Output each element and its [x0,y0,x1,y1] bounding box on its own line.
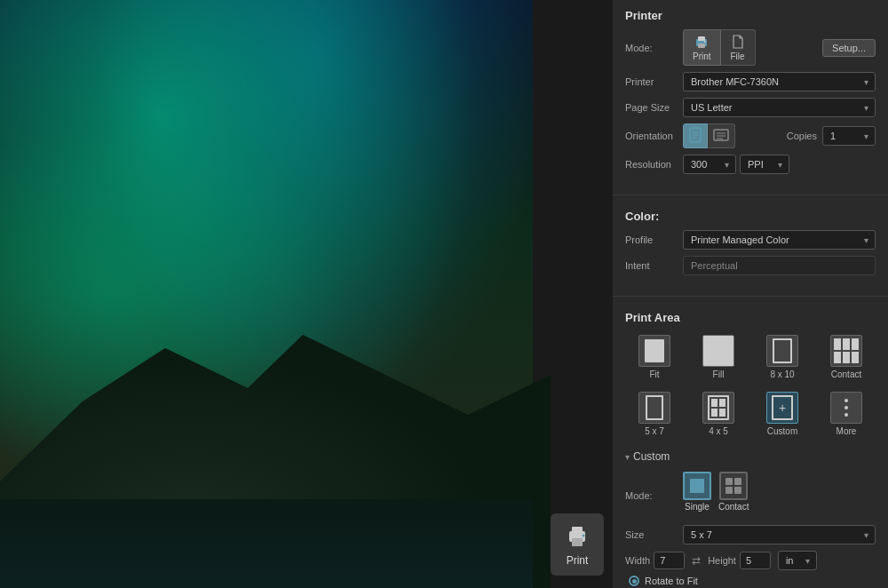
landscape-button[interactable] [708,123,735,148]
orientation-buttons [683,123,735,148]
contact-grid [834,338,859,363]
pa-5x7-icon [638,392,670,424]
custom-shape: + [772,395,793,420]
mode-file-button[interactable]: File [721,29,756,66]
4x5-grid [708,395,729,420]
unit-select[interactable]: in cm mm [778,551,817,570]
pa-5x7[interactable]: 5 x 7 [625,388,684,440]
print-button-area: Print [551,513,604,576]
chevron-down-icon: ▾ [625,452,630,462]
single-mode-label: Single [685,502,710,512]
resolution-label: Resolution [625,159,683,170]
print-button-label: Print [567,554,589,567]
printer-section: Printer Mode: Print [613,0,888,189]
pa-more[interactable]: More [817,388,876,440]
pa-fill[interactable]: Fill [689,331,748,383]
print-area-label: Print Area [625,311,876,324]
copies-label: Copies [787,131,817,141]
single-mode-icon [683,472,711,500]
mode-label: Mode: [625,43,683,53]
profile-label: Profile [625,234,683,245]
custom-mode-single[interactable]: Single [683,472,711,512]
intent-field: Perceptual [683,256,876,275]
height-input[interactable] [740,552,771,569]
8x10-shape [773,338,792,363]
orientation-row: Orientation Copies 1 [625,123,876,148]
width-label: Width [625,555,650,566]
pa-fit[interactable]: Fit [625,331,684,383]
printer-row: Printer Brother MFC-7360N [625,72,876,91]
size-row: Size 5 x 7 4 x 5 4 x 6 8 x 10 [625,525,876,544]
copies-select[interactable]: 1 2 3 [822,126,876,146]
pa-contact[interactable]: Contact [817,331,876,383]
size-select[interactable]: 5 x 7 4 x 5 4 x 6 8 x 10 [683,525,876,544]
pa-fill-icon [702,335,734,367]
pa-4x5-icon [702,392,734,424]
pa-fill-label: Fill [713,369,725,379]
printer-select-wrapper: Brother MFC-7360N [683,72,876,91]
pa-8x10-label: 8 x 10 [770,369,794,379]
mode-print-button[interactable]: Print [683,29,721,66]
width-height-row: Width ⇄ Height in cm mm [625,551,876,570]
svg-rect-11 [690,479,704,493]
unit-select-wrapper: in cm mm [778,551,817,570]
print-area-section: Print Area Fit Fill 8 x 10 [613,302,888,588]
svg-rect-15 [734,487,741,494]
height-label: Height [708,555,736,566]
svg-rect-6 [698,36,705,41]
printer-select[interactable]: Brother MFC-7360N [683,72,876,91]
background-water [0,499,533,588]
svg-rect-3 [572,538,583,546]
exchange-icon: ⇄ [692,554,701,567]
pa-contact-label: Contact [831,369,861,379]
pa-custom[interactable]: + Custom [753,388,812,440]
pa-4x5[interactable]: 4 x 5 [689,388,748,440]
pa-8x10-icon [766,335,798,367]
svg-rect-1 [572,527,583,533]
pa-8x10[interactable]: 8 x 10 [753,331,812,383]
printer-label: Printer [625,76,683,87]
page-size-row: Page Size US Letter A4 Legal [625,98,876,117]
pa-custom-icon: + [766,392,798,424]
mode-print-label: Print [693,52,711,61]
rotate-label: Rotate to Fit [645,576,698,586]
radio-rotate: Rotate to Fit [629,576,876,586]
page-size-select[interactable]: US Letter A4 Legal [683,98,876,117]
print-button[interactable]: Print [551,513,604,576]
color-label: Color: [625,210,876,223]
orientation-label: Orientation [625,131,683,141]
custom-mode-buttons: Single Contact [683,472,749,512]
custom-mode-label: Mode: [625,490,683,501]
more-dots [834,395,859,420]
resolution-select-wrapper: 72 150 300 600 [683,155,736,174]
custom-mode-contact[interactable]: Contact [718,472,749,512]
resolution-select[interactable]: 72 150 300 600 [683,155,736,174]
5x7-shape [646,395,663,420]
profile-select[interactable]: Printer Managed Color sRGB [683,230,876,250]
ppi-select[interactable]: PPI DPI [740,155,789,174]
portrait-button[interactable] [683,123,708,148]
pa-custom-label: Custom [767,426,797,436]
rotate-radio[interactable] [629,576,639,586]
size-select-wrapper: 5 x 7 4 x 5 4 x 6 8 x 10 [683,525,876,544]
width-input[interactable] [654,552,685,569]
color-section: Color: Profile Printer Managed Color sRG… [613,201,888,290]
intent-label: Intent [625,260,683,271]
profile-select-wrapper: Printer Managed Color sRGB [683,230,876,250]
svg-point-4 [583,535,585,537]
print-area-grid: Fit Fill 8 x 10 [625,331,876,440]
printer-panel: Printer Mode: Print [613,0,888,588]
contact-mode-label: Contact [718,502,749,512]
printer-icon [563,522,591,551]
copies-select-wrapper: 1 2 3 [822,126,876,146]
mode-row: Mode: Print [625,29,876,66]
mode-file-label: File [731,52,745,61]
custom-toggle[interactable]: ▾ Custom [625,447,876,466]
page-size-label: Page Size [625,102,683,113]
resolution-row: Resolution 72 150 300 600 PPI DPI [625,155,876,174]
pa-more-icon [830,392,862,424]
pa-contact-icon [830,335,862,367]
setup-button[interactable]: Setup... [822,39,876,57]
intent-value: Perceptual [691,260,738,271]
pa-more-label: More [836,426,857,436]
